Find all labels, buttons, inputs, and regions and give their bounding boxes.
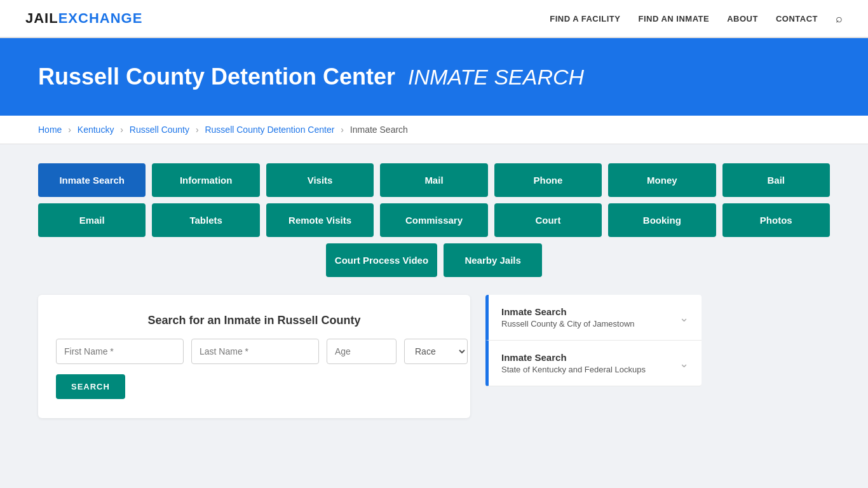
form-row-names: Race White Black Hispanic Asian Other (56, 339, 452, 364)
search-icon-button[interactable]: ⌕ (836, 12, 843, 25)
sidebar-card-local-text: Inmate Search Russell County & City of J… (501, 306, 635, 329)
bottom-section: Search for an Inmate in Russell County R… (38, 295, 830, 418)
breadcrumb-sep-2: › (120, 125, 123, 135)
hero-banner: Russell County Detention Center INMATE S… (0, 38, 868, 116)
breadcrumb-current: Inmate Search (350, 125, 408, 135)
btn-row-2: Email Tablets Remote Visits Commissary C… (38, 203, 830, 237)
btn-court[interactable]: Court (494, 203, 602, 237)
breadcrumb-sep-3: › (196, 125, 199, 135)
sidebar-card-state-title: Inmate Search (501, 352, 646, 363)
btn-photos[interactable]: Photos (722, 203, 830, 237)
logo-jail: JAIL (25, 10, 58, 27)
chevron-down-icon: ⌄ (679, 311, 689, 325)
search-form-card: Search for an Inmate in Russell County R… (38, 295, 470, 418)
nav-find-facility[interactable]: FIND A FACILITY (550, 14, 620, 24)
nav-contact[interactable]: CONTACT (776, 14, 818, 24)
btn-mail[interactable]: Mail (380, 163, 487, 197)
navbar-nav: FIND A FACILITY FIND AN INMATE ABOUT CON… (550, 12, 843, 25)
first-name-input[interactable] (56, 339, 184, 364)
breadcrumb-sep-1: › (68, 125, 71, 135)
btn-money[interactable]: Money (608, 163, 715, 197)
btn-nearby-jails[interactable]: Nearby Jails (444, 243, 542, 277)
nav-about[interactable]: ABOUT (727, 14, 758, 24)
sidebar-card-local-subtitle: Russell County & City of Jamestown (501, 319, 635, 329)
site-logo[interactable]: JAIL EXCHANGE (25, 10, 142, 27)
sidebar-card-state-text: Inmate Search State of Kentucky and Fede… (501, 352, 646, 374)
age-input[interactable] (327, 339, 397, 364)
sidebar-card-local[interactable]: Inmate Search Russell County & City of J… (485, 295, 702, 341)
main-content: Inmate Search Information Visits Mail Ph… (0, 144, 868, 437)
hero-subtitle: INMATE SEARCH (408, 65, 584, 90)
sidebar-card-local-title: Inmate Search (501, 306, 635, 317)
btn-email[interactable]: Email (38, 203, 146, 237)
breadcrumb-home[interactable]: Home (38, 125, 62, 135)
breadcrumb: Home › Kentucky › Russell County › Russe… (0, 116, 868, 144)
search-form-title: Search for an Inmate in Russell County (56, 314, 452, 327)
nav-button-grid: Inmate Search Information Visits Mail Ph… (38, 163, 830, 277)
breadcrumb-detention-center[interactable]: Russell County Detention Center (205, 125, 334, 135)
btn-information[interactable]: Information (152, 163, 259, 197)
sidebar-cards: Inmate Search Russell County & City of J… (485, 295, 702, 418)
breadcrumb-sep-4: › (341, 125, 344, 135)
btn-remote-visits[interactable]: Remote Visits (266, 203, 374, 237)
btn-commissary[interactable]: Commissary (380, 203, 487, 237)
btn-visits[interactable]: Visits (266, 163, 374, 197)
race-select[interactable]: Race White Black Hispanic Asian Other (404, 339, 468, 364)
last-name-input[interactable] (191, 339, 319, 364)
btn-booking[interactable]: Booking (608, 203, 715, 237)
sidebar-card-state-subtitle: State of Kentucky and Federal Lockups (501, 365, 646, 374)
hero-title: Russell County Detention Center (38, 64, 395, 90)
breadcrumb-kentucky[interactable]: Kentucky (78, 125, 114, 135)
btn-phone[interactable]: Phone (494, 163, 602, 197)
breadcrumb-russell-county[interactable]: Russell County (130, 125, 189, 135)
sidebar-card-state[interactable]: Inmate Search State of Kentucky and Fede… (485, 341, 702, 386)
btn-row-1: Inmate Search Information Visits Mail Ph… (38, 163, 830, 197)
search-button[interactable]: SEARCH (56, 374, 125, 399)
btn-inmate-search[interactable]: Inmate Search (38, 163, 146, 197)
btn-row-3: Court Process Video Nearby Jails (38, 243, 830, 277)
chevron-down-icon-2: ⌄ (679, 356, 689, 370)
navbar: JAIL EXCHANGE FIND A FACILITY FIND AN IN… (0, 0, 868, 38)
btn-tablets[interactable]: Tablets (152, 203, 259, 237)
nav-find-inmate[interactable]: FIND AN INMATE (638, 14, 709, 24)
btn-bail[interactable]: Bail (722, 163, 830, 197)
btn-court-process-video[interactable]: Court Process Video (326, 243, 437, 277)
logo-exchange: EXCHANGE (58, 10, 143, 27)
